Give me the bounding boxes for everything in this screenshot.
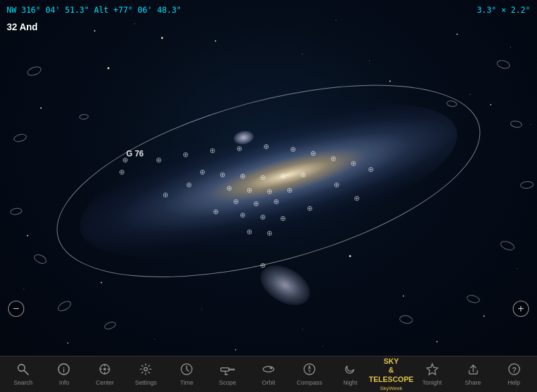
crosshair-marker <box>180 149 191 160</box>
toolbar-scope[interactable]: Scope <box>207 356 248 393</box>
crosshair-marker <box>297 169 308 180</box>
svg-line-13 <box>187 369 189 371</box>
share-label: Share <box>465 379 481 386</box>
skyweek-label: SkyWeek <box>380 385 403 391</box>
svg-marker-22 <box>308 369 311 374</box>
coordinates-display: NW 316° 04' 51.3" Alt +77° 06' 48.3" <box>7 5 181 15</box>
tonight-label: Tonight <box>422 379 442 386</box>
crosshair-marker <box>348 158 358 168</box>
oval-marker <box>466 294 481 305</box>
crosshair-marker <box>224 183 234 193</box>
toolbar-tonight[interactable]: Tonight <box>411 356 452 393</box>
crosshair-marker <box>264 228 275 238</box>
crosshair-marker <box>277 170 288 181</box>
share-icon <box>467 362 480 378</box>
crosshair-marker <box>257 260 268 271</box>
settings-icon <box>139 362 152 378</box>
toolbar-share[interactable]: Share <box>452 356 493 393</box>
crosshair-marker <box>331 179 342 190</box>
svg-text:?: ? <box>511 366 516 374</box>
crosshair-marker <box>237 209 248 220</box>
orbit-icon <box>262 362 275 378</box>
toolbar-info[interactable]: i Info <box>44 356 85 393</box>
oval-marker <box>79 113 89 119</box>
oval-marker <box>103 320 117 331</box>
crosshair-marker <box>260 141 271 152</box>
fov-display: 3.3° × 2.2° <box>477 5 530 15</box>
time-icon <box>180 362 193 378</box>
crosshair-marker <box>234 143 244 154</box>
crosshair-marker <box>365 164 376 175</box>
toolbar-compass[interactable]: Compass <box>289 356 330 393</box>
search-label: Search <box>13 379 33 386</box>
oval-marker <box>509 120 522 129</box>
toolbar-orbit[interactable]: Orbit <box>248 356 289 393</box>
orbit-label: Orbit <box>262 379 275 386</box>
night-icon <box>344 362 357 378</box>
oval-marker <box>9 207 22 216</box>
compass-label: Compass <box>297 379 322 386</box>
scope-icon <box>220 362 235 378</box>
crosshair-marker <box>207 145 217 156</box>
crosshair-marker <box>328 153 338 164</box>
compass-icon <box>303 362 316 378</box>
svg-marker-21 <box>308 364 311 369</box>
oval-marker <box>26 65 43 78</box>
crosshair-marker <box>351 193 362 203</box>
info-icon: i <box>57 362 70 378</box>
sky-view[interactable]: G 76 NW 316° 04' 51.3" Alt +77° 06' 48.3… <box>0 0 537 356</box>
center-icon <box>98 362 111 378</box>
crosshair-marker <box>244 185 254 195</box>
info-label: Info <box>59 379 69 386</box>
scope-label: Scope <box>219 379 236 386</box>
crosshair-marker <box>183 179 194 190</box>
crosshair-marker <box>264 186 275 197</box>
object-name-label: 32 And <box>7 21 38 32</box>
crosshair-marker <box>237 170 248 181</box>
crosshair-marker <box>197 166 207 177</box>
help-icon: ? <box>507 362 521 378</box>
oval-marker <box>499 240 516 252</box>
crosshair-marker <box>230 196 241 207</box>
zoom-out-button[interactable]: − <box>8 301 24 317</box>
search-icon <box>16 362 30 378</box>
toolbar-time[interactable]: Time <box>166 356 207 393</box>
crosshair-marker <box>116 166 127 177</box>
oval-marker <box>496 59 511 70</box>
crosshair-marker <box>257 172 268 183</box>
crosshair-marker <box>304 203 315 213</box>
crosshair-marker <box>210 206 221 217</box>
settings-label: Settings <box>135 379 157 386</box>
night-label: Night <box>343 379 357 386</box>
skyweek-icon: SKY&TELESCOPE <box>369 357 413 384</box>
crosshair-marker <box>277 213 288 224</box>
time-label: Time <box>180 379 193 386</box>
crosshair-marker <box>160 189 170 200</box>
center-label: Center <box>96 379 114 386</box>
toolbar-settings[interactable]: Settings <box>126 356 166 393</box>
svg-point-19 <box>270 366 273 369</box>
toolbar-center[interactable]: Center <box>85 356 126 393</box>
help-label: Help <box>507 379 520 386</box>
oval-marker <box>56 299 72 313</box>
svg-text:i: i <box>63 366 65 374</box>
oval-marker <box>13 133 28 144</box>
crosshair-marker <box>257 211 268 222</box>
crosshair-marker <box>244 226 254 237</box>
toolbar: Search i Info Center <box>0 356 537 392</box>
toolbar-search[interactable]: Search <box>3 356 44 393</box>
crosshair-marker <box>250 198 261 209</box>
svg-line-1 <box>24 371 28 375</box>
toolbar-night[interactable]: Night <box>330 356 371 393</box>
oval-marker <box>520 181 534 189</box>
crosshair-marker <box>271 196 281 207</box>
crosshair-marker <box>307 148 318 158</box>
toolbar-help[interactable]: ? Help <box>493 356 534 393</box>
oval-marker <box>32 252 48 265</box>
g76-crosshair <box>119 154 130 165</box>
svg-point-10 <box>144 368 148 371</box>
toolbar-skyweek[interactable]: SKY&TELESCOPE SkyWeek <box>371 356 411 393</box>
svg-rect-14 <box>221 368 229 371</box>
zoom-in-button[interactable]: + <box>513 301 529 317</box>
crosshair-marker <box>287 144 298 154</box>
